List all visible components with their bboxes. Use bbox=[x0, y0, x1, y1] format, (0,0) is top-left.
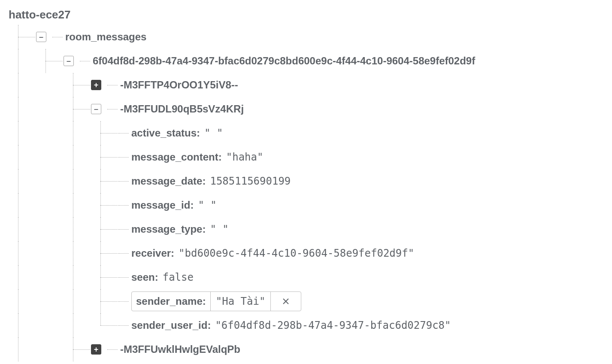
cancel-edit-button[interactable] bbox=[271, 292, 301, 311]
field-key: seen bbox=[131, 271, 155, 283]
field-value: " " bbox=[210, 223, 228, 235]
collapse-icon[interactable]: – bbox=[64, 56, 74, 66]
field-value: "bd600e9c-4f44-4c10-9604-58e9fef02d9f" bbox=[179, 247, 414, 259]
collapse-icon[interactable]: – bbox=[91, 104, 101, 114]
node-room-id[interactable]: – 6f04df8d-298b-47a4-9347-bfac6d0279c8bd… bbox=[9, 49, 603, 73]
field-sender-name[interactable]: sender_name: "Ha Tài" bbox=[9, 289, 603, 313]
edit-field: sender_name: "Ha Tài" bbox=[131, 291, 301, 311]
root-key: hatto-ece27 bbox=[9, 8, 71, 21]
field-receiver[interactable]: receiver: "bd600e9c-4f44-4c10-9604-58e9f… bbox=[9, 241, 603, 265]
field-value-input[interactable]: "Ha Tài" bbox=[210, 292, 271, 311]
node-message-3[interactable]: + -M3FFUwklHwlgEValqPb bbox=[9, 337, 603, 361]
field-key: message_date bbox=[131, 175, 202, 187]
expand-icon[interactable]: + bbox=[91, 344, 101, 355]
node-key: -M3FFUwklHwlgEValqPb bbox=[120, 343, 240, 355]
field-value: 1585115690199 bbox=[210, 175, 291, 187]
field-message-id[interactable]: message_id: " " bbox=[9, 193, 603, 217]
field-value: " " bbox=[198, 199, 216, 211]
database-tree: hatto-ece27 – room_messages – 6f04df8d-2… bbox=[0, 0, 612, 364]
field-key: sender_user_id bbox=[131, 319, 207, 331]
close-icon bbox=[282, 297, 290, 305]
collapse-icon[interactable]: – bbox=[36, 32, 46, 42]
field-key: receiver bbox=[131, 247, 171, 259]
expand-icon[interactable]: + bbox=[91, 80, 101, 90]
node-message-1[interactable]: + -M3FFTP4OrOO1Y5iV8-- bbox=[9, 73, 603, 97]
root-node[interactable]: hatto-ece27 bbox=[9, 4, 603, 25]
field-key: message_type bbox=[131, 223, 202, 235]
field-sender-user-id[interactable]: sender_user_id: "6f04df8d-298b-47a4-9347… bbox=[9, 313, 603, 337]
field-message-content[interactable]: message_content: "haha" bbox=[9, 145, 603, 169]
field-key: message_content bbox=[131, 151, 218, 163]
field-key: active_status bbox=[131, 127, 197, 139]
node-room-messages[interactable]: – room_messages bbox=[9, 25, 603, 49]
field-message-type[interactable]: message_type: " " bbox=[9, 217, 603, 241]
field-value: " " bbox=[204, 127, 223, 139]
field-message-date[interactable]: message_date: 1585115690199 bbox=[9, 169, 603, 193]
field-active-status[interactable]: active_status: " " bbox=[9, 121, 603, 145]
node-key: 6f04df8d-298b-47a4-9347-bfac6d0279c8bd60… bbox=[93, 55, 475, 67]
field-key: sender_name: bbox=[132, 292, 210, 311]
field-seen[interactable]: seen: false bbox=[9, 265, 603, 289]
field-value: "haha" bbox=[226, 151, 264, 163]
node-key: room_messages bbox=[65, 31, 146, 43]
node-message-2[interactable]: – -M3FFUDL90qB5sVz4KRj bbox=[9, 97, 603, 121]
field-value: "6f04df8d-298b-47a4-9347-bfac6d0279c8" bbox=[215, 319, 451, 331]
field-key: message_id bbox=[131, 199, 190, 211]
field-value: false bbox=[163, 271, 194, 283]
node-key: -M3FFTP4OrOO1Y5iV8-- bbox=[120, 79, 238, 91]
node-key: -M3FFUDL90qB5sVz4KRj bbox=[120, 103, 244, 115]
